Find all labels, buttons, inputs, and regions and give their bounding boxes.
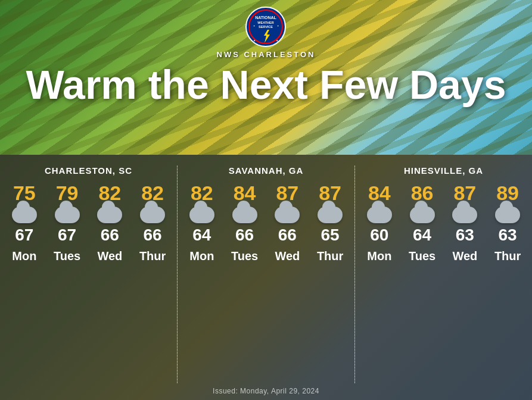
high-temp: 79 [56, 183, 79, 203]
high-temp: 89 [496, 183, 519, 203]
high-temp: 87 [276, 183, 298, 203]
day-label: Mon [12, 249, 36, 263]
day-col: 84 66 Tues [228, 183, 261, 263]
cloud-icon [367, 207, 392, 223]
city-name: CHARLESTON, SC [45, 165, 132, 176]
cloud-icon [452, 207, 477, 223]
day-col: 84 60 Mon [363, 183, 396, 263]
hero-section: NATIONAL WEATHER SERVICE ✦ ✦ ✦ ✦ NWS CHA… [0, 0, 532, 155]
low-temp: 67 [15, 227, 33, 243]
nws-subtitle: NWS CHARLESTON [217, 50, 316, 59]
day-col: 87 66 Wed [271, 183, 304, 263]
low-temp: 64 [413, 227, 431, 243]
day-label: Mon [189, 249, 214, 263]
svg-text:✦: ✦ [253, 39, 256, 42]
cloud-icon [97, 207, 122, 223]
low-temp: 66 [144, 227, 162, 243]
high-temp: 82 [191, 183, 213, 203]
cloud-icon [495, 207, 520, 223]
day-label: Tues [231, 249, 258, 263]
day-col: 87 65 Thur [314, 183, 347, 263]
issued-bar: Issued: Monday, April 29, 2024 [0, 383, 532, 400]
high-temp: 82 [141, 183, 164, 203]
day-label: Tues [54, 249, 80, 263]
day-col: 89 63 Thur [491, 183, 524, 263]
high-temp: 87 [319, 183, 341, 203]
svg-text:NATIONAL: NATIONAL [256, 15, 277, 20]
day-col: 86 64 Tues [406, 183, 438, 263]
day-col: 87 63 Wed [449, 183, 481, 263]
day-label: Wed [97, 249, 122, 263]
day-col: 79 67 Tues [51, 183, 83, 263]
cloud-icon [140, 207, 165, 223]
high-temp: 84 [368, 183, 391, 203]
nws-logo-icon: NATIONAL WEATHER SERVICE ✦ ✦ ✦ ✦ [245, 6, 287, 48]
bottom-section: CHARLESTON, SC 75 67 Mon 79 67 Tues 82 6… [0, 155, 532, 400]
day-col: 82 66 Wed [94, 183, 126, 263]
low-temp: 65 [321, 227, 340, 243]
high-temp: 87 [453, 183, 476, 203]
high-temp: 84 [234, 183, 256, 203]
cloud-icon [410, 207, 435, 223]
cloud-icon [12, 207, 37, 223]
day-col: 82 66 Thur [136, 183, 169, 263]
days-row: 75 67 Mon 79 67 Tues 82 66 Wed 82 66 Thu… [3, 183, 174, 263]
low-temp: 60 [370, 227, 388, 243]
days-row: 84 60 Mon 86 64 Tues 87 63 Wed 89 63 Thu… [358, 183, 529, 263]
main-title: Warm the Next Few Days [14, 64, 518, 106]
day-col: 82 64 Mon [185, 183, 218, 263]
high-temp: 82 [98, 183, 121, 203]
weather-grid: CHARLESTON, SC 75 67 Mon 79 67 Tues 82 6… [0, 155, 532, 383]
svg-text:✦: ✦ [276, 39, 278, 42]
low-temp: 63 [456, 227, 474, 243]
day-label: Wed [452, 249, 477, 263]
city-panel: HINESVILLE, GA 84 60 Mon 86 64 Tues 87 6… [355, 161, 532, 383]
logo-area: NATIONAL WEATHER SERVICE ✦ ✦ ✦ ✦ NWS CHA… [217, 6, 316, 59]
day-label: Tues [409, 249, 435, 263]
cloud-icon [55, 207, 80, 223]
city-panel: SAVANNAH, GA 82 64 Mon 84 66 Tues 87 66 … [178, 161, 354, 383]
page-wrapper: NATIONAL WEATHER SERVICE ✦ ✦ ✦ ✦ NWS CHA… [0, 0, 532, 400]
day-col: 75 67 Mon [8, 183, 41, 263]
day-label: Thur [494, 249, 521, 263]
day-label: Thur [317, 249, 343, 263]
cloud-icon [189, 207, 214, 223]
low-temp: 66 [101, 227, 119, 243]
high-temp: 86 [411, 183, 434, 203]
cloud-icon [232, 207, 257, 223]
low-temp: 64 [192, 227, 211, 243]
low-temp: 66 [278, 227, 297, 243]
city-name: SAVANNAH, GA [229, 165, 304, 176]
city-panel: CHARLESTON, SC 75 67 Mon 79 67 Tues 82 6… [0, 161, 177, 383]
cloud-icon [318, 207, 343, 223]
day-label: Mon [367, 249, 391, 263]
svg-text:SERVICE: SERVICE [259, 25, 273, 29]
day-label: Wed [275, 249, 300, 263]
days-row: 82 64 Mon 84 66 Tues 87 66 Wed 87 65 Thu… [181, 183, 351, 263]
low-temp: 63 [499, 227, 517, 243]
low-temp: 67 [58, 227, 76, 243]
low-temp: 66 [235, 227, 254, 243]
day-label: Thur [139, 249, 166, 263]
city-name: HINESVILLE, GA [404, 165, 483, 176]
svg-text:WEATHER: WEATHER [258, 21, 274, 24]
high-temp: 75 [13, 183, 36, 203]
cloud-icon [275, 207, 300, 223]
